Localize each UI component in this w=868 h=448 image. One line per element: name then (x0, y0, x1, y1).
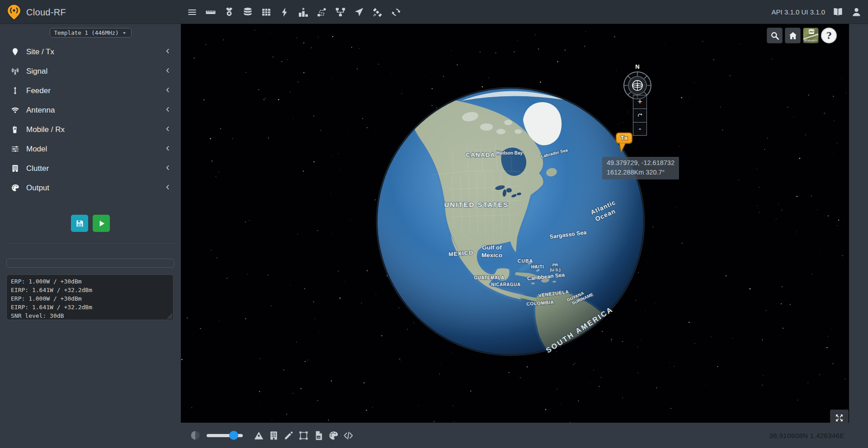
nav-recycle-button[interactable] (391, 7, 401, 18)
vector-square-icon (298, 430, 309, 441)
nav-user-button[interactable] (851, 7, 862, 18)
sidebar-item-label: Site / Tx (26, 47, 54, 57)
chevron-down-icon (122, 30, 127, 36)
wifi-icon (11, 106, 19, 114)
console-output[interactable]: ERP: 1.000W / +30dBm EIRP: 1.641W / +32.… (6, 274, 174, 320)
building-icon (11, 164, 19, 173)
map-search-button[interactable] (767, 28, 783, 43)
map-help-button[interactable]: ? (821, 28, 837, 43)
map-viewport[interactable]: CANADAHudson BayLabrador SeaUNITED STATE… (181, 24, 849, 423)
sidebar-item-label: Clutter (26, 164, 49, 173)
opacity-slider-knob[interactable] (229, 431, 238, 440)
nav-route-button[interactable] (316, 7, 327, 18)
sidebar-item-clutter[interactable]: Clutter (0, 159, 181, 178)
chevron-left-icon (165, 67, 171, 74)
map-place-label: CANADA (466, 151, 495, 158)
expand-icon (834, 413, 844, 423)
refresh-icon (637, 112, 643, 119)
tx-marker-label: Tx (616, 132, 632, 144)
zoom-out-button[interactable]: - (633, 122, 647, 136)
nav-satellite-button[interactable] (372, 7, 383, 18)
run-button[interactable] (93, 215, 110, 232)
tool-building-button[interactable] (269, 430, 279, 441)
contrast-icon (190, 430, 201, 441)
sidebar-item-label: Mobile / Rx (26, 125, 65, 134)
arrows-v-icon (11, 86, 19, 95)
sidebar-item-output[interactable]: Output (0, 178, 181, 198)
fullscreen-button[interactable] (830, 410, 849, 423)
map-marker-icon (11, 47, 19, 56)
tx-site-marker[interactable]: Tx (616, 132, 632, 153)
navbar-right: API 3.1.0 UI 3.1.0 (772, 0, 862, 24)
tool-file-csv-button[interactable]: CSV (313, 430, 324, 441)
sidebar-item-model[interactable]: Model (0, 139, 181, 159)
sidebar: Template 1 (446MHz) Site / TxSignalFeede… (0, 24, 181, 448)
sidebar-item-label: Feeder (26, 86, 51, 95)
building-icon (269, 430, 279, 441)
tool-code-button[interactable] (343, 430, 354, 441)
tooltip-coordinates: 49.379729, -12.618732 (607, 158, 675, 168)
contrast-toggle[interactable] (190, 430, 201, 441)
zoom-reset-button[interactable] (633, 108, 647, 122)
nav-table-button[interactable] (261, 7, 272, 18)
template-select-value: Template 1 (446MHz) (54, 29, 119, 36)
chevron-left-icon (165, 145, 171, 153)
template-select[interactable]: Template 1 (446MHz) (50, 28, 132, 38)
send-icon (354, 7, 364, 18)
nav-send-button[interactable] (354, 7, 364, 18)
status-field[interactable] (6, 259, 175, 268)
chevron-left-icon (165, 126, 171, 132)
sidebar-item-feeder[interactable]: Feeder (0, 81, 181, 100)
zoom-controls: + - (633, 95, 647, 136)
tool-pencil-button[interactable] (283, 430, 294, 441)
svg-text:CSV: CSV (316, 436, 321, 438)
book-icon (833, 7, 843, 17)
walkie-talkie-icon (11, 125, 19, 134)
table-icon (261, 7, 272, 18)
app-title: Cloud-RF (26, 7, 66, 18)
database-icon (242, 7, 253, 18)
chevron-left-icon (165, 87, 171, 93)
tool-mountain-button[interactable] (254, 430, 264, 441)
globe-canvas: CANADAHudson BayLabrador SeaUNITED STATE… (181, 24, 849, 423)
chevron-left-icon (165, 165, 171, 173)
save-button[interactable] (71, 215, 88, 232)
route-icon (316, 7, 327, 18)
tool-palette-button[interactable] (328, 430, 339, 441)
opacity-slider[interactable] (207, 434, 243, 437)
map-top-controls: 202 Malvern ? (767, 28, 837, 43)
brand[interactable]: Cloud-RF (6, 4, 66, 21)
tool-vector-square-button[interactable] (298, 430, 309, 441)
nav-menu-button[interactable] (187, 7, 198, 18)
sidebar-item-mobile-rx[interactable]: Mobile / Rx (0, 120, 181, 139)
cursor-coordinates: 38.910608N 1.426346E (769, 432, 844, 439)
navbar-menu-icons (187, 0, 401, 24)
map-place-label: NICARAGUA (491, 282, 521, 287)
nav-ranking-button[interactable] (298, 7, 309, 18)
nav-bolt-button[interactable] (279, 7, 290, 18)
sidebar-actions (0, 215, 181, 232)
map-home-button[interactable] (785, 28, 801, 43)
broadcast-icon (11, 67, 19, 75)
nav-book-button[interactable] (833, 7, 844, 18)
map-place-label: UNITED STATES (444, 201, 509, 208)
nav-medal-button[interactable] (224, 7, 235, 18)
sidebar-item-site-tx[interactable]: Site / Tx (0, 42, 181, 61)
basemap-label: Malvern (803, 38, 818, 42)
medal-icon (224, 7, 235, 18)
nav-ruler-button[interactable] (205, 7, 216, 18)
mountain-icon (254, 430, 264, 441)
sidebar-item-signal[interactable]: Signal (0, 61, 181, 81)
nav-database-button[interactable] (242, 7, 253, 18)
map-place-label: Mexico (481, 252, 502, 259)
chevron-left-icon (165, 165, 171, 171)
file-csv-icon: CSV (313, 430, 324, 441)
chevron-left-icon (165, 184, 171, 192)
sliders-icon (11, 145, 19, 153)
nav-network-button[interactable] (335, 7, 346, 18)
map-place-label: HAITI (531, 264, 544, 269)
zoom-in-button[interactable]: + (633, 95, 647, 108)
chevron-left-icon (165, 145, 171, 151)
sidebar-item-antenna[interactable]: Antenna (0, 100, 181, 120)
basemap-switcher-button[interactable]: 202 Malvern (803, 28, 819, 43)
